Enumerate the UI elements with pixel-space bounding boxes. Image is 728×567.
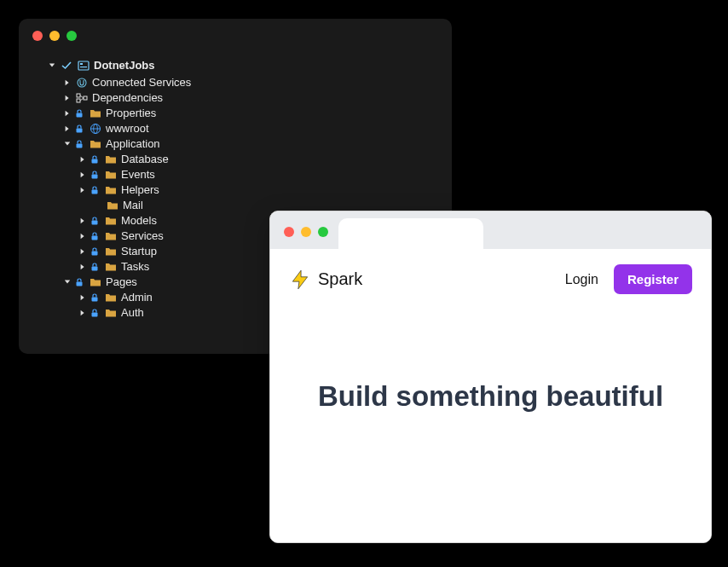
nav-right: Login Register <box>565 264 692 294</box>
svg-rect-8 <box>77 129 83 133</box>
browser-tab[interactable] <box>338 218 483 249</box>
lock-icon <box>90 262 101 272</box>
hero-section: Build something beautiful <box>270 310 711 542</box>
lock-icon <box>90 308 101 318</box>
tree-item-label: Services <box>121 229 164 244</box>
lock-icon <box>90 170 101 180</box>
svg-rect-12 <box>77 144 83 148</box>
folder-icon <box>89 275 102 289</box>
tree-item[interactable]: Events <box>32 167 438 182</box>
chevron-down-icon[interactable] <box>63 278 72 286</box>
brand-name: Spark <box>318 269 362 289</box>
tree-item-label: Startup <box>121 244 157 259</box>
tree-item-label: Helpers <box>121 182 159 198</box>
site-header: Spark Login Register <box>270 249 711 310</box>
chevron-right-icon[interactable] <box>78 186 87 194</box>
svg-rect-6 <box>84 96 87 100</box>
svg-rect-15 <box>92 190 98 194</box>
tree-item-label: Pages <box>106 275 137 290</box>
window-controls <box>32 31 438 41</box>
chevron-right-icon[interactable] <box>63 78 72 87</box>
chevron-down-icon[interactable] <box>48 61 56 70</box>
chevron-right-icon[interactable] <box>63 94 72 102</box>
tree-item-label: wwwroot <box>106 121 149 136</box>
chevron-right-icon[interactable] <box>78 263 87 271</box>
svg-rect-0 <box>78 61 89 70</box>
lock-icon <box>90 292 101 303</box>
chevron-right-icon[interactable] <box>78 217 87 225</box>
tree-item[interactable]: Database <box>32 152 438 167</box>
svg-rect-5 <box>77 99 80 102</box>
chevron-right-icon[interactable] <box>78 293 87 302</box>
tree-item[interactable]: Dependencies <box>32 90 438 106</box>
tree-item-label: Events <box>121 167 155 182</box>
hero-title: Build something beautiful <box>318 380 663 413</box>
folder-icon <box>104 306 118 320</box>
lock-icon <box>75 277 85 287</box>
dep-icon <box>75 91 89 105</box>
svg-rect-18 <box>92 252 98 256</box>
maximize-icon[interactable] <box>318 227 328 237</box>
register-button[interactable]: Register <box>614 264 692 294</box>
tree-item-label: Models <box>121 213 157 229</box>
svg-rect-14 <box>92 175 98 179</box>
login-link[interactable]: Login <box>565 272 598 287</box>
minimize-icon[interactable] <box>301 227 311 237</box>
globe-icon <box>89 122 102 136</box>
svg-rect-21 <box>92 298 98 302</box>
lock-icon <box>90 246 101 257</box>
svg-rect-22 <box>92 313 98 317</box>
svg-rect-20 <box>77 282 83 286</box>
svg-rect-13 <box>92 159 98 164</box>
chevron-right-icon[interactable] <box>63 124 72 133</box>
tree-item-label: Admin <box>121 290 153 305</box>
lock-icon <box>90 231 101 241</box>
folder-icon <box>104 168 118 182</box>
folder-icon <box>104 260 118 274</box>
chevron-right-icon[interactable] <box>78 309 87 317</box>
browser-window: Spark Login Register Build something bea… <box>269 211 712 543</box>
page-body: Spark Login Register Build something bea… <box>270 249 711 542</box>
close-icon[interactable] <box>284 227 294 237</box>
lock-icon <box>90 185 101 195</box>
chevron-right-icon[interactable] <box>63 109 72 118</box>
tree-item[interactable]: wwwroot <box>32 121 438 136</box>
tree-item-label: Tasks <box>121 259 149 275</box>
folder-icon <box>104 183 118 197</box>
tree-item-label: Database <box>121 152 169 167</box>
folder-icon <box>89 107 102 120</box>
bolt-icon <box>289 269 311 291</box>
tree-root[interactable]: DotnetJobs <box>32 58 438 73</box>
tree-item[interactable]: Properties <box>32 106 438 121</box>
folder-icon <box>104 245 118 258</box>
chevron-right-icon[interactable] <box>78 247 87 256</box>
tree-item[interactable]: Connected Services <box>32 75 438 90</box>
svg-rect-4 <box>77 94 80 97</box>
folder-icon <box>106 199 119 212</box>
chevron-right-icon[interactable] <box>78 171 87 179</box>
check-icon <box>60 59 73 72</box>
tree-item-label: Mail <box>123 198 143 213</box>
tree-item-label: Application <box>106 136 160 152</box>
tree-item[interactable]: Helpers <box>32 182 438 198</box>
close-icon[interactable] <box>32 31 43 41</box>
lock-icon <box>75 124 85 134</box>
lock-icon <box>75 108 85 119</box>
svg-rect-19 <box>92 267 98 271</box>
chevron-right-icon[interactable] <box>78 155 87 164</box>
svg-rect-7 <box>77 113 83 118</box>
brand[interactable]: Spark <box>289 269 362 291</box>
chevron-right-icon[interactable] <box>78 232 87 240</box>
svg-rect-17 <box>92 236 98 240</box>
maximize-icon[interactable] <box>66 31 77 41</box>
lock-icon <box>90 154 101 165</box>
folder-icon <box>104 291 118 304</box>
svg-rect-16 <box>92 221 98 225</box>
folder-icon <box>104 229 118 243</box>
csproj-icon <box>77 59 90 72</box>
tree-item-label: Auth <box>121 305 144 321</box>
chevron-down-icon[interactable] <box>63 140 72 148</box>
tree-item-label: Properties <box>106 106 156 121</box>
tree-item[interactable]: Application <box>32 136 438 152</box>
minimize-icon[interactable] <box>49 31 60 41</box>
